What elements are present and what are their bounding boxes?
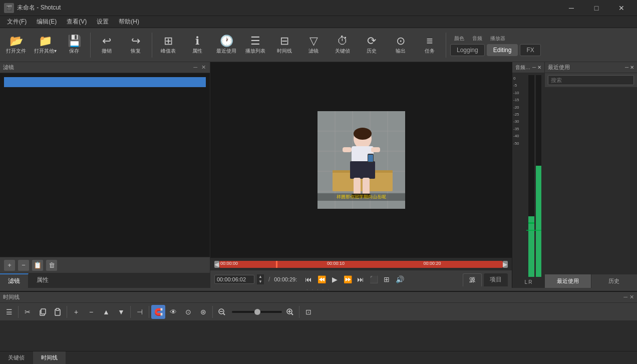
playlist-label: 播放列表 <box>245 48 265 55</box>
logging-tab[interactable]: Logging <box>450 44 485 56</box>
tl-add-btn[interactable]: + <box>69 305 83 319</box>
zoom-slider-thumb[interactable] <box>254 309 260 315</box>
filter-tab[interactable]: 滤镜 <box>0 273 29 288</box>
scrubber-track[interactable]: 00:00:00 00:00:10 00:00:20 <box>219 261 503 268</box>
play-button[interactable]: ▶ <box>329 274 340 285</box>
menu-help[interactable]: 帮助(H) <box>114 17 144 27</box>
player-label[interactable]: 播放器 <box>486 34 509 43</box>
tl-snap-btn[interactable]: 🧲 <box>151 305 165 319</box>
filter-copy-button[interactable]: 📋 <box>32 260 43 271</box>
open-other-button[interactable]: 📁 打开其他▾ <box>31 30 59 60</box>
keyframe-label: 关键侦 <box>335 48 350 55</box>
filter-close-icon[interactable]: ✕ <box>200 64 207 71</box>
fast-forward-button[interactable]: ⏩ <box>342 274 353 285</box>
open-file-icon: 📂 <box>10 36 23 47</box>
redo-button[interactable]: ↪ 恢复 <box>122 30 150 60</box>
tl-ripple2-btn[interactable]: ⊛ <box>196 305 210 319</box>
keyframe-button[interactable]: ⏱ 关键侦 <box>329 30 357 60</box>
scrubber-track-area[interactable]: ◀ 00:00:00 00:00:10 00:00:20 ▶ <box>214 260 508 269</box>
keyframe-bottom-tab[interactable]: 关键侦 <box>0 351 33 364</box>
close-button[interactable]: ✕ <box>610 0 633 16</box>
time-spinner[interactable]: ▲ ▼ <box>257 274 264 284</box>
menu-file[interactable]: 文件(F) <box>2 17 32 27</box>
export-button[interactable]: ⊙ 输出 <box>387 30 415 60</box>
time-up-btn[interactable]: ▲ <box>257 274 264 279</box>
grid-button[interactable]: ⊞ <box>381 274 392 285</box>
filter-delete-button[interactable]: 🗑 <box>46 260 57 271</box>
recent-button[interactable]: 🕐 最近使用 <box>212 30 240 60</box>
timeline-header: 时间线 ─ ✕ <box>0 292 637 303</box>
playlist-button[interactable]: ☰ 播放列表 <box>241 30 269 60</box>
timeline-button[interactable]: ⊟ 时间线 <box>270 30 298 60</box>
undo-button[interactable]: ↩ 撤销 <box>93 30 121 60</box>
tl-scrub-btn[interactable]: ⊙ <box>181 305 195 319</box>
filter-add-button[interactable]: + <box>4 260 15 271</box>
current-time-input[interactable] <box>214 275 254 284</box>
scrubber-left-handle[interactable]: ◀ <box>214 261 219 268</box>
history-tab[interactable]: 历史 <box>591 274 638 288</box>
recent-minimize-icon[interactable]: ─ <box>625 65 628 70</box>
filter-label: 滤镜 <box>308 48 318 55</box>
minimize-button[interactable]: ─ <box>560 0 583 16</box>
jump-end-button[interactable]: ⏭ <box>355 274 366 285</box>
peak-button[interactable]: ⊞ 峰值表 <box>154 30 182 60</box>
stop-button[interactable]: ⬛ <box>368 274 379 285</box>
audio-minimize-icon[interactable]: ─ <box>532 65 536 70</box>
filter-remove-button[interactable]: − <box>18 260 29 271</box>
tl-sep-6 <box>299 306 299 318</box>
fx-tab[interactable]: FX <box>520 44 540 56</box>
attr-tab[interactable]: 属性 <box>29 273 57 288</box>
audio-btn[interactable]: 🔊 <box>394 274 405 285</box>
tl-cut-btn[interactable]: ✂ <box>21 305 35 319</box>
project-tab[interactable]: 项目 <box>484 273 508 286</box>
tl-remove-btn[interactable]: − <box>84 305 98 319</box>
timeline-bottom-tab[interactable]: 时间线 <box>33 351 66 364</box>
tl-down-btn[interactable]: ▼ <box>114 305 128 319</box>
attr-button[interactable]: ℹ 属性 <box>183 30 211 60</box>
color-label[interactable]: 颜色 <box>450 34 468 43</box>
toolbar-sep-3 <box>446 33 446 58</box>
tl-zoom-in-btn[interactable] <box>283 305 297 319</box>
recent-close-icon[interactable]: ✕ <box>630 65 634 70</box>
audio-label[interactable]: 音频 <box>468 34 486 43</box>
time-label-mid1: 00:00:10 <box>327 261 345 266</box>
audio-close-icon[interactable]: ✕ <box>537 65 541 70</box>
timeline-minimize-icon[interactable]: ─ <box>623 294 627 300</box>
video-subtitle: 祥囲那你冠学期向山岳呢 <box>317 193 405 201</box>
tl-paste-btn[interactable] <box>51 305 65 319</box>
open-file-button[interactable]: 📂 打开文件 <box>2 30 30 60</box>
recent-tab[interactable]: 最近使用 <box>545 274 591 288</box>
filter-button[interactable]: ▽ 滤镜 <box>299 30 328 60</box>
zoom-slider[interactable] <box>232 311 282 313</box>
menu-edit[interactable]: 编辑(E) <box>32 17 62 27</box>
jobs-button[interactable]: ≡ 任务 <box>416 30 444 60</box>
timeline-close-icon[interactable]: ✕ <box>629 294 634 300</box>
filter-controls: + − 📋 🗑 <box>0 257 210 273</box>
tl-fit-btn[interactable]: ⊡ <box>301 305 315 319</box>
tl-menu-btn[interactable]: ☰ <box>2 305 16 319</box>
svg-rect-17 <box>354 178 361 195</box>
scrubber-right-handle[interactable]: ▶ <box>503 261 508 268</box>
search-input[interactable] <box>548 75 634 85</box>
menu-settings[interactable]: 设置 <box>92 17 114 27</box>
menu-view[interactable]: 查看(V) <box>62 17 92 27</box>
recent-label: 最近使用 <box>216 48 236 55</box>
recent-content <box>545 88 637 274</box>
rewind-button[interactable]: ⏪ <box>316 274 327 285</box>
tl-ripple-btn[interactable]: 👁 <box>166 305 180 319</box>
history-button[interactable]: ⟳ 历史 <box>358 30 386 60</box>
tl-copy-btn[interactable] <box>36 305 50 319</box>
jump-start-button[interactable]: ⏮ <box>303 274 314 285</box>
tl-zoom-out-btn[interactable] <box>215 305 229 319</box>
audio-meter-panel: 音频… ─ ✕ 0 -5 -10 -15 -20 -25 -30 -35 -40… <box>512 62 544 288</box>
filter-minimize-icon[interactable]: ─ <box>192 64 198 71</box>
save-button[interactable]: 💾 保存 <box>60 30 88 60</box>
tl-up-btn[interactable]: ▲ <box>99 305 113 319</box>
editing-tab[interactable]: Editing <box>487 44 518 56</box>
maximize-button[interactable]: □ <box>585 0 608 16</box>
recent-panel-title: 最近使用 <box>548 64 570 71</box>
source-tab[interactable]: 源 <box>463 273 482 286</box>
tl-split-btn[interactable]: ⊣ <box>133 305 147 319</box>
time-down-btn[interactable]: ▼ <box>257 279 264 284</box>
scale-35: -35 <box>513 126 519 133</box>
